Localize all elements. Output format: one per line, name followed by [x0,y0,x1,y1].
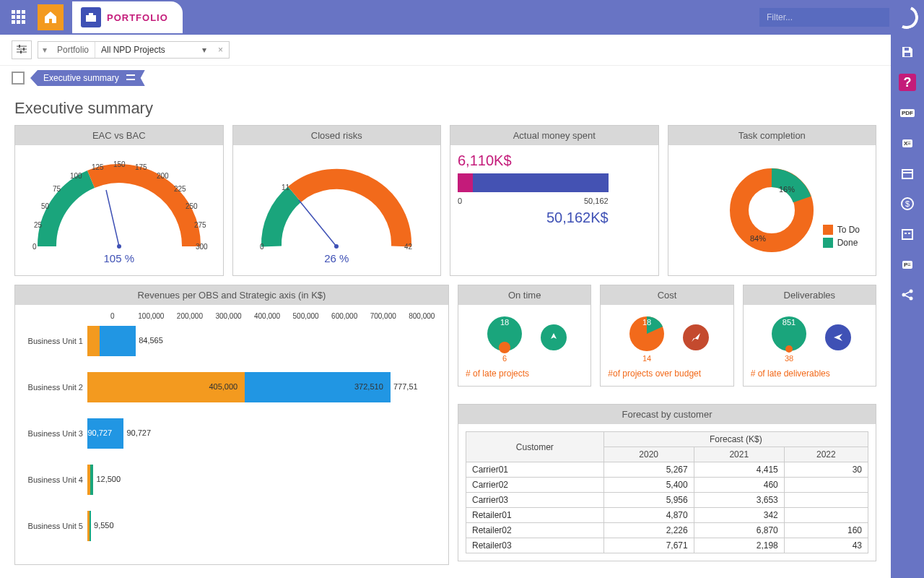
card-task-completion: Task completion 16% 84% To Do Done [668,125,877,276]
svg-rect-4 [17,15,20,19]
dropdown-caret-icon[interactable]: ▾ [196,42,212,58]
chip-menu-icon[interactable] [126,73,135,83]
apps-icon[interactable] [6,4,32,30]
topbar: PORTFOLIO [0,0,924,35]
send-icon [825,324,851,350]
forecast-table: Customer Forecast (K$) 202020212022 Carr… [466,431,868,553]
card-title: Cost [601,285,733,305]
mini-label: # of late deliverables [751,368,830,379]
portfolio-value[interactable]: All NPD Projects [95,42,196,58]
mini-label: #of projects over budget [608,368,701,379]
eac-gauge: 0255075 100125150175 200225250275300 105… [22,152,216,268]
card-title: Closed risks [233,126,441,145]
card-revenues: Revenues per OBS and Strategic axis (in … [14,285,449,565]
card-title: Task completion [668,126,876,145]
second-row: Revenues per OBS and Strategic axis (in … [14,285,876,565]
save-icon[interactable] [899,43,916,61]
svg-rect-17 [902,230,912,239]
card-money-spent: Actual money spent 6,110K$ 0 50,162 50,1… [450,125,659,276]
deliv-pie: 851 38 [767,312,811,363]
layout-toggle-icon[interactable] [12,72,25,85]
risks-value: 26 % [240,252,434,264]
table-row: Business Unit 412,500 [22,465,441,495]
svg-line-24 [905,296,910,298]
svg-text:300: 300 [196,243,208,251]
col-customer: Customer [466,432,604,462]
svg-point-34 [117,244,121,249]
budget-icon[interactable]: $ [899,195,916,212]
svg-text:25: 25 [34,221,43,229]
pdf-icon[interactable]: PDF [899,104,916,121]
money-bar [458,173,609,192]
svg-marker-69 [834,334,842,341]
table-row: Retailer022,2266,870160 [466,523,868,538]
rev-rows: Business Unit 184,565Business Unit 2405,… [22,326,441,541]
svg-text:175: 175 [135,163,147,171]
svg-text:75: 75 [53,185,61,193]
table-row: Retailer014,870342 [466,508,868,523]
svg-text:0: 0 [32,243,37,251]
tab-portfolio[interactable]: PORTFOLIO [72,1,183,33]
svg-rect-2 [22,10,25,14]
mini-label: # of late projects [466,368,529,379]
powerpoint-icon[interactable]: P≡ [899,256,916,273]
svg-rect-5 [22,15,25,19]
svg-rect-10 [89,13,93,15]
svg-marker-60 [551,333,557,339]
breadcrumb-bar: Executive summary [0,66,924,90]
help-icon[interactable]: ? [899,74,916,91]
table-row: Business Unit 390,72790,727 [22,418,441,449]
svg-rect-1 [17,10,20,14]
breadcrumb-chip[interactable]: Executive summary [30,70,145,86]
money-spent: 6,110K$ [458,152,651,169]
card-closed-risks: Closed risks 0 11 42 26 % [232,125,442,276]
cost-pie: 18 14 [625,312,668,363]
svg-line-23 [905,292,910,294]
right-column: On time 18 6 [458,285,876,565]
filter-input[interactable] [759,8,889,27]
svg-line-33 [106,190,119,246]
eac-value: 105 % [22,252,216,264]
svg-rect-6 [12,20,15,24]
svg-text:$: $ [905,199,910,208]
card-eac-vs-bac: EAC vs BAC 0255075 100125150175 20022525… [14,125,224,276]
svg-rect-11 [905,53,910,56]
portfolio-selector: ▾ Portfolio All NPD Projects ▾ × [38,41,230,59]
brand-logo-icon [892,2,921,32]
chevron-down-icon[interactable]: ▾ [38,42,51,58]
donut-legend: To Do Done [823,225,860,251]
svg-rect-3 [12,15,15,19]
svg-text:200: 200 [157,172,169,180]
top-card-row: EAC vs BAC 0255075 100125150175 20022525… [14,125,876,276]
svg-point-21 [902,293,906,297]
share-icon[interactable] [899,286,916,303]
col-forecast: Forecast (K$) [603,432,868,447]
svg-text:18: 18 [500,318,509,327]
money-scale: 0 50,162 [458,197,609,205]
schedule-icon[interactable] [899,225,916,243]
table-row: Carrier035,9563,653 [466,493,868,508]
svg-rect-7 [17,20,20,24]
excel-icon[interactable]: X≡ [899,134,916,152]
svg-text:275: 275 [194,221,206,229]
ontime-pie: 18 6 [483,312,526,363]
calendar-icon[interactable] [899,165,916,182]
svg-point-66 [785,345,793,353]
svg-line-48 [299,200,336,246]
card-forecast: Forecast by customer Customer Forecast (… [458,404,876,561]
page-title: Executive summary [14,99,876,118]
home-icon[interactable] [38,4,64,30]
svg-text:84%: 84% [750,234,766,243]
settings-button[interactable] [12,40,32,59]
clear-icon[interactable]: × [212,42,229,58]
svg-rect-30 [20,51,22,53]
svg-text:851: 851 [783,318,796,327]
card-cost: Cost 18 14 [600,285,733,387]
svg-text:14: 14 [642,354,651,363]
svg-text:11: 11 [282,184,290,191]
card-on-time: On time 18 6 [458,285,591,387]
toolbar: ▾ Portfolio All NPD Projects ▾ × [0,35,924,66]
topbar-right [759,6,918,29]
svg-rect-12 [905,48,909,51]
sliders-icon [17,45,27,53]
